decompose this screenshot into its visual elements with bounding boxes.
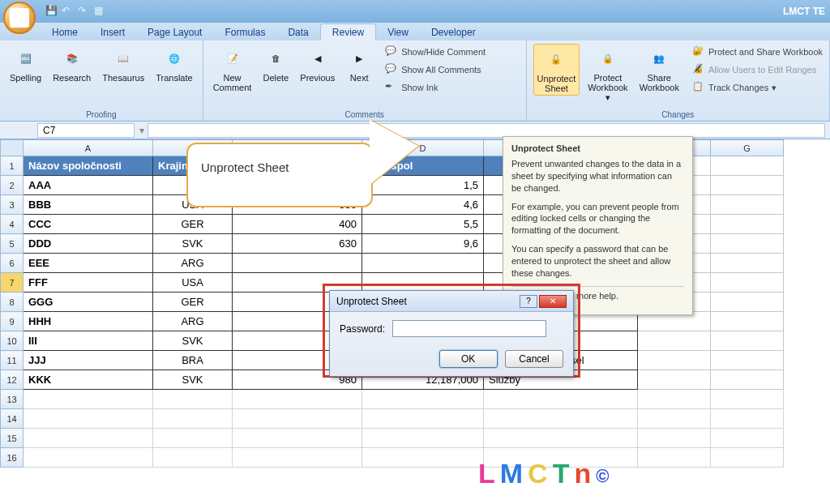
cell[interactable] (362, 409, 484, 429)
cell[interactable]: GGG (24, 293, 153, 312)
col-header-G[interactable]: G (711, 140, 784, 156)
cell[interactable]: JJJ (24, 351, 153, 370)
cancel-button[interactable]: Cancel (505, 350, 563, 368)
name-box-dropdown-icon[interactable]: ▾ (139, 125, 144, 136)
cell[interactable]: 400 (233, 215, 362, 234)
tab-formulas[interactable]: Formulas (213, 24, 276, 41)
cell[interactable] (153, 390, 233, 409)
cell[interactable] (24, 448, 153, 468)
password-input[interactable] (392, 320, 546, 337)
tab-page-layout[interactable]: Page Layout (136, 24, 213, 41)
cell[interactable] (362, 273, 484, 293)
cell[interactable] (24, 390, 153, 409)
office-button[interactable] (3, 2, 36, 34)
allow-edit-ranges-button[interactable]: 🔏Allow Users to Edit Ranges (692, 62, 823, 78)
ok-button[interactable]: OK (439, 350, 498, 368)
cell[interactable] (711, 254, 784, 273)
tab-review[interactable]: Review (320, 23, 376, 41)
select-all-cell[interactable] (1, 140, 24, 156)
cell[interactable] (153, 448, 233, 468)
cell[interactable] (233, 273, 362, 293)
cell[interactable]: HHH (24, 312, 153, 331)
cell[interactable] (711, 293, 784, 312)
row-header-16[interactable]: 16 (1, 448, 24, 468)
row-header-8[interactable]: 8 (1, 293, 24, 312)
tab-data[interactable]: Data (276, 24, 319, 41)
row-header-6[interactable]: 6 (1, 254, 24, 273)
cell[interactable] (484, 429, 638, 448)
cell[interactable] (638, 370, 711, 390)
tab-home[interactable]: Home (41, 24, 89, 41)
tab-developer[interactable]: Developer (420, 24, 487, 41)
cell[interactable] (362, 254, 484, 273)
spelling-button[interactable]: 🔤Spelling (6, 44, 45, 84)
cell[interactable] (638, 351, 711, 370)
cell[interactable] (711, 331, 784, 351)
row-header-15[interactable]: 15 (1, 429, 24, 448)
row-header-2[interactable]: 2 (1, 176, 24, 195)
cell[interactable] (638, 429, 711, 448)
cell[interactable]: EEE (24, 254, 153, 273)
cell[interactable] (153, 409, 233, 429)
cell[interactable] (638, 409, 711, 429)
cell[interactable]: GER (153, 293, 233, 312)
row-header-4[interactable]: 4 (1, 215, 24, 234)
qat-save-icon[interactable]: 💾 (45, 5, 58, 18)
cell[interactable]: 4,6 (362, 195, 484, 215)
cell[interactable] (711, 234, 784, 254)
thesaurus-button[interactable]: 📖Thesaurus (99, 44, 148, 84)
cell[interactable] (711, 215, 784, 234)
header-cell[interactable]: Názov spoločnosti (24, 156, 153, 176)
cell[interactable] (233, 409, 362, 429)
row-header-7[interactable]: 7 (1, 273, 24, 293)
cell[interactable] (484, 390, 638, 409)
cell[interactable]: AAA (24, 176, 153, 195)
cell[interactable]: 9,6 (362, 234, 484, 254)
research-button[interactable]: 📚Research (49, 44, 94, 84)
cell[interactable] (711, 176, 784, 195)
cell[interactable] (638, 331, 711, 351)
cell[interactable] (484, 409, 638, 429)
cell[interactable] (24, 409, 153, 429)
previous-comment-button[interactable]: ◀Previous (297, 44, 338, 84)
cell[interactable] (711, 390, 784, 409)
show-all-comments-button[interactable]: 💬Show All Comments (385, 62, 486, 78)
cell[interactable] (711, 195, 784, 215)
cell[interactable] (711, 273, 784, 293)
cell[interactable] (153, 429, 233, 448)
protect-share-workbook-button[interactable]: 🔐Protect and Share Workbook (692, 44, 823, 60)
cell[interactable]: BBB (24, 195, 153, 215)
cell[interactable]: DDD (24, 234, 153, 254)
qat-undo-icon[interactable]: ↶ (62, 5, 75, 18)
next-comment-button[interactable]: ▶Next (343, 44, 375, 84)
cell[interactable] (711, 409, 784, 429)
cell[interactable] (362, 429, 484, 448)
cell[interactable] (711, 312, 784, 331)
row-header-9[interactable]: 9 (1, 312, 24, 331)
row-header-11[interactable]: 11 (1, 351, 24, 370)
cell[interactable]: USA (153, 273, 233, 293)
cell[interactable]: 5,5 (362, 215, 484, 234)
dialog-help-button[interactable]: ? (520, 295, 537, 308)
cell[interactable]: ARG (153, 254, 233, 273)
cell[interactable]: ARG (153, 312, 233, 331)
translate-button[interactable]: 🌐Translate (152, 44, 195, 84)
dialog-close-button[interactable]: ✕ (539, 295, 567, 308)
delete-comment-button[interactable]: 🗑Delete (259, 44, 292, 84)
cell[interactable] (362, 390, 484, 409)
tab-view[interactable]: View (376, 24, 420, 41)
cell[interactable]: SVK (153, 370, 233, 390)
share-workbook-button[interactable]: 👥Share Workbook (636, 44, 682, 94)
cell[interactable] (233, 390, 362, 409)
cell[interactable]: CCC (24, 215, 153, 234)
cell[interactable]: BRA (153, 351, 233, 370)
cell[interactable] (233, 448, 362, 468)
cell[interactable] (233, 254, 362, 273)
row-header-10[interactable]: 10 (1, 331, 24, 351)
qat-redo-icon[interactable]: ↷ (78, 5, 91, 18)
unprotect-sheet-button[interactable]: 🔓Unprotect Sheet (533, 44, 580, 96)
cell[interactable] (711, 429, 784, 448)
cell[interactable] (711, 351, 784, 370)
row-header-5[interactable]: 5 (1, 234, 24, 254)
row-header-12[interactable]: 12 (1, 370, 24, 390)
